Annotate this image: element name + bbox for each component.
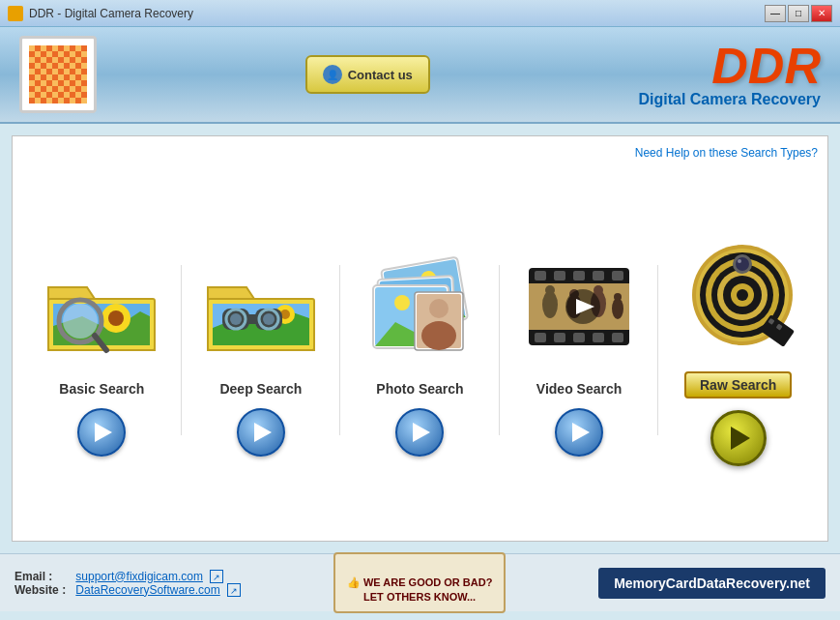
svg-point-36: [429, 299, 449, 318]
svg-point-56: [594, 285, 603, 295]
svg-point-58: [614, 293, 622, 301]
logo-checkerboard: [29, 45, 87, 103]
deep-search-play-button[interactable]: [237, 408, 285, 457]
header: 👤 Contact us DDR Digital Camera Recovery: [0, 27, 840, 124]
svg-rect-44: [535, 333, 546, 342]
memory-card-label: MemoryCardDataRecovery.net: [598, 568, 826, 599]
contact-icon: 👤: [323, 65, 342, 84]
video-search-item: Video Search: [500, 244, 659, 457]
svg-point-69: [737, 289, 748, 301]
video-search-play-button[interactable]: [555, 408, 603, 457]
svg-rect-43: [612, 271, 623, 280]
title-bar: DDR - Digital Camera Recovery — □ ✕: [0, 0, 840, 27]
svg-point-19: [230, 313, 242, 325]
title-bar-left: DDR - Digital Camera Recovery: [8, 6, 193, 21]
ddr-subtitle: Digital Camera Recovery: [638, 91, 821, 108]
website-external-icon[interactable]: ↗: [227, 583, 241, 597]
svg-point-74: [736, 257, 749, 271]
svg-point-57: [612, 298, 623, 319]
deep-search-item: Deep Search: [182, 244, 341, 457]
app-icon: [8, 6, 23, 21]
svg-point-51: [542, 291, 558, 318]
play-triangle-icon: [95, 423, 112, 442]
svg-point-5: [108, 310, 124, 326]
restore-button[interactable]: □: [788, 5, 809, 22]
raw-search-icon: [681, 239, 797, 355]
footer: Email : support@fixdigicam.com ↗ Website…: [0, 553, 840, 611]
raw-search-play-button[interactable]: [710, 410, 767, 466]
email-external-icon[interactable]: ↗: [210, 570, 223, 583]
raw-search-icon-area: [676, 234, 801, 360]
search-grid: Basic Search: [22, 169, 818, 531]
svg-rect-45: [554, 333, 565, 342]
help-link[interactable]: Need Help on these Search Types?: [22, 146, 818, 160]
website-label: Website :: [14, 583, 72, 597]
svg-rect-39: [535, 271, 546, 280]
footer-website-row: Website : DataRecoverySoftware.com ↗: [14, 583, 241, 597]
basic-search-item: Basic Search: [22, 244, 182, 457]
svg-rect-46: [573, 333, 585, 342]
contact-label: Contact us: [348, 68, 413, 82]
footer-contact: Email : support@fixdigicam.com ↗ Website…: [14, 570, 241, 597]
email-label: Email :: [14, 570, 72, 583]
raw-search-item: Raw Search: [658, 234, 818, 466]
logo-box: [19, 36, 97, 113]
play-triangle-icon-4: [572, 423, 590, 442]
minimize-button[interactable]: —: [765, 5, 786, 22]
contact-button[interactable]: 👤 Contact us: [305, 55, 430, 94]
window-controls: — □ ✕: [765, 5, 832, 22]
svg-point-75: [738, 259, 741, 263]
video-search-label: Video Search: [536, 381, 622, 397]
svg-rect-41: [573, 271, 585, 280]
basic-search-icon: [43, 249, 159, 365]
ddr-logo-text: DDR: [638, 41, 821, 91]
ddr-title-area: DDR Digital Camera Recovery: [638, 41, 821, 108]
play-triangle-icon-2: [254, 423, 272, 442]
title-bar-text: DDR - Digital Camera Recovery: [29, 7, 193, 20]
deep-search-icon-area: [198, 244, 324, 369]
close-button[interactable]: ✕: [811, 5, 832, 22]
basic-search-play-button[interactable]: [77, 408, 126, 457]
svg-rect-42: [593, 271, 604, 280]
svg-rect-40: [554, 271, 565, 280]
video-search-icon: [521, 249, 637, 365]
svg-rect-47: [593, 333, 604, 342]
svg-point-32: [394, 295, 410, 310]
svg-point-37: [421, 321, 456, 350]
svg-point-7: [63, 304, 98, 339]
play-triangle-icon-3: [413, 423, 430, 442]
website-link[interactable]: DataRecoverySoftware.com: [75, 583, 219, 597]
play-triangle-icon-5: [731, 427, 750, 450]
svg-rect-48: [612, 333, 623, 342]
deep-search-label: Deep Search: [219, 381, 302, 397]
svg-point-21: [263, 313, 275, 325]
basic-search-label: Basic Search: [59, 381, 144, 397]
feedback-button[interactable]: 👍 WE ARE GOOD OR BAD? LET OTHERS KNOW...: [333, 552, 506, 612]
photo-search-play-button[interactable]: [395, 408, 444, 457]
svg-point-52: [545, 285, 555, 295]
deep-search-icon: [203, 249, 319, 365]
basic-search-icon-area: [39, 244, 164, 369]
photo-search-label: Photo Search: [376, 381, 463, 397]
email-link[interactable]: support@fixdigicam.com: [75, 570, 203, 583]
photo-search-icon: [362, 249, 478, 365]
feedback-label: 👍 WE ARE GOOD OR BAD? LET OTHERS KNOW...: [347, 576, 492, 603]
raw-search-label: Raw Search: [684, 371, 792, 399]
main-content: Need Help on these Search Types?: [12, 135, 828, 542]
video-search-icon-area: [516, 244, 642, 369]
photo-search-item: Photo Search: [340, 244, 500, 457]
footer-email-row: Email : support@fixdigicam.com ↗: [14, 570, 241, 583]
photo-search-icon-area: [357, 244, 482, 369]
